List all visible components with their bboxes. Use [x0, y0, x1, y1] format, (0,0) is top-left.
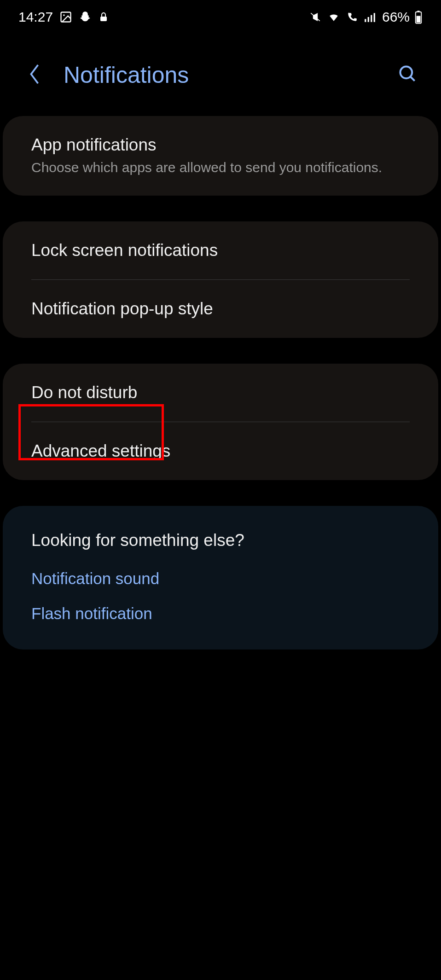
status-right: 66% — [308, 9, 423, 25]
advanced-settings-item[interactable]: Advanced settings — [31, 422, 410, 480]
image-icon — [59, 11, 72, 23]
header-left: Notifications — [28, 62, 189, 88]
snapchat-icon — [79, 11, 92, 23]
vibrate-icon — [308, 11, 322, 23]
search-button[interactable] — [398, 64, 418, 86]
battery-icon — [414, 10, 423, 24]
item-title: Do not disturb — [31, 383, 410, 402]
svg-point-1 — [63, 14, 65, 16]
wifi-calling-icon — [345, 11, 359, 23]
wifi-icon — [327, 11, 341, 23]
app-notifications-item[interactable]: App notifications Choose which apps are … — [31, 116, 410, 196]
signal-icon — [364, 11, 376, 23]
page-title: Notifications — [64, 62, 189, 88]
svg-rect-5 — [371, 15, 372, 22]
svg-rect-2 — [100, 17, 107, 21]
svg-rect-9 — [417, 16, 421, 23]
svg-line-11 — [411, 77, 415, 81]
item-title: App notifications — [31, 135, 410, 155]
item-title: Notification pop-up style — [31, 299, 410, 319]
svg-point-10 — [400, 67, 412, 79]
status-left: 14:27 — [18, 9, 109, 25]
svg-rect-4 — [368, 17, 369, 22]
do-not-disturb-item[interactable]: Do not disturb — [31, 364, 410, 422]
status-bar: 14:27 66% — [0, 0, 441, 34]
lock-screen-notifications-item[interactable]: Lock screen notifications — [31, 221, 410, 280]
chevron-left-icon — [28, 63, 41, 86]
looking-for-title: Looking for something else? — [31, 510, 410, 561]
battery-percent: 66% — [382, 9, 410, 25]
settings-group: App notifications Choose which apps are … — [3, 116, 438, 196]
svg-rect-8 — [418, 11, 420, 12]
search-icon — [398, 64, 418, 84]
looking-for-card: Looking for something else? Notification… — [3, 506, 438, 649]
svg-rect-6 — [374, 13, 375, 22]
flash-notification-link[interactable]: Flash notification — [31, 596, 410, 631]
lock-icon — [98, 11, 109, 23]
settings-group: Do not disturb Advanced settings — [3, 364, 438, 480]
item-subtitle: Choose which apps are allowed to send yo… — [31, 158, 410, 176]
svg-rect-3 — [365, 19, 366, 22]
settings-group: Lock screen notifications Notification p… — [3, 221, 438, 338]
item-title: Advanced settings — [31, 441, 410, 461]
app-header: Notifications — [0, 34, 441, 116]
notification-sound-link[interactable]: Notification sound — [31, 561, 410, 596]
status-time: 14:27 — [18, 9, 53, 25]
notification-popup-style-item[interactable]: Notification pop-up style — [31, 280, 410, 338]
back-button[interactable] — [28, 63, 41, 87]
item-title: Lock screen notifications — [31, 241, 410, 260]
